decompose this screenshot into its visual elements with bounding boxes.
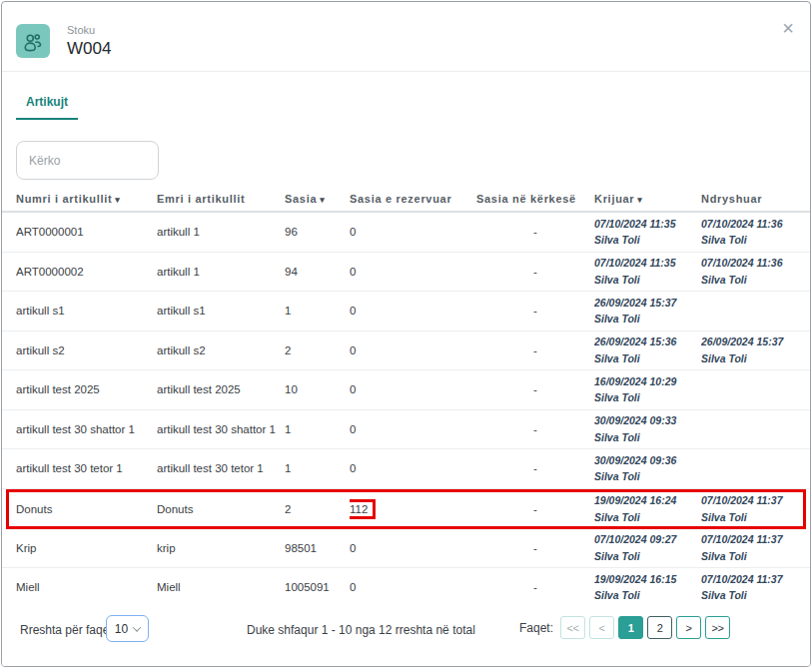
created-by: Silva Toli [594, 429, 701, 445]
table-row[interactable]: Krip krip 98501 0 - 07/10/2024 09:27 Sil… [2, 529, 810, 569]
cell-article-number: artikull test 30 tetor 1 [16, 462, 157, 474]
reserved-quantity-value: 0 [350, 344, 356, 356]
column-header-label: Krijuar [594, 193, 634, 205]
reserved-quantity-value: 0 [350, 383, 356, 395]
cell-quantity: 1 [285, 305, 350, 317]
pagination-prev-button[interactable]: < [589, 616, 614, 639]
column-header-label: Sasia [285, 193, 317, 205]
sort-icon: ▾ [637, 195, 642, 205]
cell-created: 30/09/2024 09:36 Silva Toli [594, 452, 701, 485]
cell-article-number: ART0000002 [16, 266, 157, 278]
column-header-krijuar[interactable]: Krijuar▾ [594, 193, 701, 205]
cell-article-name: artikull s1 [157, 305, 285, 317]
created-by: Silva Toli [594, 548, 701, 564]
tab-artikujt[interactable]: Artikujt [16, 95, 78, 120]
column-header-label: Sasia në kërkesë [476, 193, 576, 205]
pagination-page-2-button[interactable]: 2 [647, 616, 672, 639]
created-by: Silva Toli [594, 509, 701, 525]
cell-created: 07/10/2024 11:35 Silva Toli [594, 216, 701, 249]
column-header-label: Numri i artikullit [16, 193, 112, 205]
modified-date: 26/09/2024 15:37 [701, 334, 796, 349]
close-icon[interactable]: × [782, 18, 794, 38]
pagination: Faqet: << < 1 2 > >> [519, 616, 730, 639]
cell-requested-quantity: - [476, 266, 594, 278]
cell-quantity: 98501 [285, 542, 350, 554]
cell-reserved-quantity: 0 [350, 344, 476, 356]
modified-date: 07/10/2024 11:37 [701, 492, 796, 508]
table-row[interactable]: Donuts Donuts 2 112 - 19/09/2024 16:24 S… [6, 489, 806, 529]
reserved-quantity-value: 112 [350, 499, 376, 519]
created-date: 26/09/2024 15:36 [594, 334, 701, 349]
table-row[interactable]: artikull test 2025 artikull test 2025 10… [2, 370, 810, 410]
modified-date: 07/10/2024 11:36 [701, 216, 796, 232]
column-header-sasia[interactable]: Sasia▾ [285, 193, 350, 205]
cell-created: 07/10/2024 11:35 Silva Toli [594, 255, 701, 288]
table-body: ART0000001 artikull 1 96 0 - 07/10/2024 … [2, 213, 810, 608]
cell-reserved-quantity: 0 [350, 266, 476, 278]
cell-requested-quantity: - [476, 542, 594, 554]
table-row[interactable]: ART0000002 artikull 1 94 0 - 07/10/2024 … [2, 253, 810, 293]
column-header-rezervuar: Sasia e rezervuar [350, 193, 476, 205]
cell-article-name: Donuts [157, 503, 285, 515]
reserved-quantity-value: 0 [350, 266, 356, 278]
pagination-first-button[interactable]: << [560, 616, 585, 639]
search-area [2, 120, 810, 180]
created-date: 26/09/2024 15:37 [594, 295, 701, 311]
created-date: 30/09/2024 09:36 [594, 452, 701, 468]
reserved-quantity-value: 0 [350, 423, 356, 435]
column-header-kerkese: Sasia në kërkesë [476, 193, 594, 205]
pagination-next-button[interactable]: > [676, 616, 701, 639]
modified-date: 07/10/2024 11:37 [701, 571, 796, 587]
column-header-label: Sasia e rezervuar [350, 193, 451, 205]
column-header-label: Ndryshuar [701, 193, 762, 205]
cell-article-name: Miell [157, 581, 285, 593]
cell-created: 19/09/2024 16:15 Silva Toli [594, 571, 701, 604]
cell-article-name: artikull s2 [157, 344, 285, 356]
cell-modified: 07/10/2024 11:36 Silva Toli [701, 216, 796, 249]
cell-requested-quantity: - [476, 462, 594, 474]
cell-article-number: Miell [16, 581, 157, 593]
pagination-page-1-button[interactable]: 1 [618, 616, 643, 639]
rows-per-page-label: Rreshta për faqe: [20, 623, 113, 637]
cell-quantity: 94 [285, 266, 350, 278]
column-header-numri[interactable]: Numri i artikullit▾ [16, 193, 157, 205]
cell-article-number: Krip [16, 542, 157, 554]
cell-created: 26/09/2024 15:37 Silva Toli [594, 295, 701, 328]
table-row[interactable]: artikull s2 artikull s2 2 0 - 26/09/2024… [2, 332, 810, 371]
cell-article-number: artikull test 2025 [16, 383, 157, 395]
cell-quantity: 1 [285, 423, 350, 435]
modified-by: Silva Toli [701, 548, 796, 564]
table-row[interactable]: artikull test 30 tetor 1 artikull test 3… [2, 449, 810, 489]
rows-per-page-select[interactable]: 10 [106, 615, 149, 642]
cell-requested-quantity: - [476, 581, 594, 593]
table-row[interactable]: artikull test 30 shattor 1 artikull test… [2, 410, 810, 450]
table-row[interactable]: artikull s1 artikull s1 1 0 - 26/09/2024… [2, 292, 810, 332]
created-by: Silva Toli [594, 350, 701, 366]
pagination-last-button[interactable]: >> [705, 616, 730, 639]
cell-article-number: ART0000001 [16, 226, 157, 238]
cell-article-name: artikull test 30 tetor 1 [157, 462, 285, 474]
created-date: 19/09/2024 16:15 [594, 571, 701, 587]
rows-per-page-value: 10 [115, 622, 128, 636]
cell-reserved-quantity: 0 [350, 581, 476, 593]
showing-range-text: Duke shfaqur 1 - 10 nga 12 rreshta në to… [247, 623, 475, 637]
cell-article-number: artikull test 30 shattor 1 [16, 423, 157, 435]
created-date: 16/09/2024 10:29 [594, 373, 701, 389]
cell-reserved-quantity: 0 [350, 542, 476, 554]
cell-article-name: artikull 1 [157, 266, 285, 278]
cell-reserved-quantity: 0 [350, 383, 476, 395]
cell-created: 30/09/2024 09:33 Silva Toli [594, 412, 701, 445]
modified-by: Silva Toli [701, 350, 796, 366]
cell-requested-quantity: - [476, 503, 594, 515]
created-by: Silva Toli [594, 232, 701, 248]
search-input[interactable] [16, 141, 159, 180]
modal-header: Stoku W004 × [2, 2, 810, 72]
table-row[interactable]: ART0000001 artikull 1 96 0 - 07/10/2024 … [2, 213, 810, 253]
users-icon [22, 30, 44, 52]
cell-quantity: 96 [285, 226, 350, 238]
cell-created: 07/10/2024 09:27 Silva Toli [594, 531, 701, 564]
column-header-ndryshuar: Ndryshuar [701, 193, 796, 205]
created-date: 07/10/2024 11:35 [594, 255, 701, 271]
sort-icon: ▾ [115, 195, 120, 205]
cell-requested-quantity: - [476, 226, 594, 238]
